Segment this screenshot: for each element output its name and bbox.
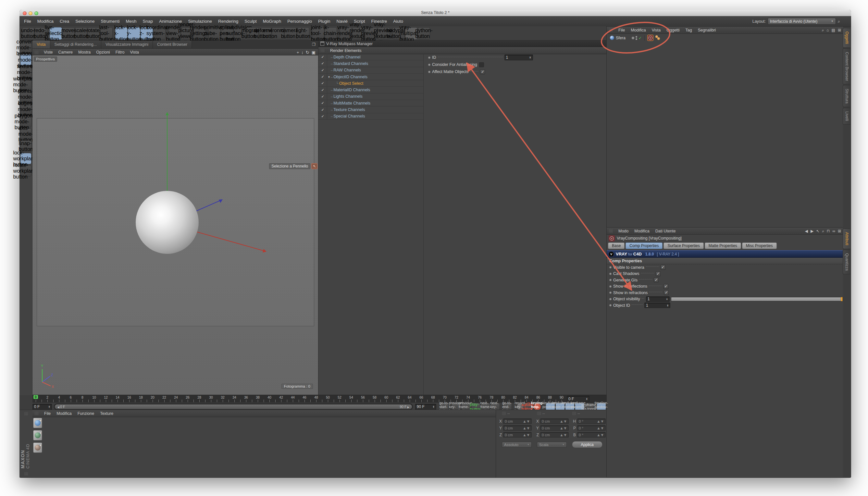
- new-shader-material-button[interactable]: +: [33, 430, 42, 440]
- drag-handle-icon[interactable]: [609, 28, 613, 32]
- param-checkbox[interactable]: ✓: [664, 290, 669, 295]
- spinner-arrows-icon[interactable]: ▲▼: [523, 419, 530, 423]
- param-checkbox[interactable]: ✓: [656, 272, 661, 276]
- param-spinner[interactable]: 1▲▼: [644, 303, 670, 308]
- object-menu-modifica[interactable]: Modifica: [631, 28, 646, 32]
- attribute-tab-base[interactable]: Base: [608, 243, 624, 249]
- playhead[interactable]: 0: [33, 395, 38, 399]
- menu-mesh[interactable]: Mesh: [126, 19, 136, 24]
- drag-handle-icon[interactable]: [34, 412, 38, 415]
- menu-mograph[interactable]: MoGraph: [263, 19, 281, 24]
- menu-navié[interactable]: Navié: [336, 19, 348, 24]
- pick-icon[interactable]: ↖: [816, 229, 819, 233]
- menu-aiuto[interactable]: Aiuto: [393, 19, 403, 24]
- attribute-menu-dati-utente[interactable]: Dati Utente: [655, 229, 676, 233]
- checkbox-cell[interactable]: ✓: [319, 87, 327, 93]
- spinner-arrows-icon[interactable]: ▲▼: [48, 405, 50, 408]
- viewport-menu-vista[interactable]: Vista: [130, 50, 139, 55]
- tree-row-texture-channels[interactable]: ✓–Texture Channels: [319, 107, 423, 113]
- param-spinner[interactable]: 1▲▼: [646, 296, 670, 302]
- drag-handle-icon[interactable]: [320, 49, 324, 52]
- frame-range-slider[interactable]: ◀ 0 F 90 F ▶: [54, 403, 413, 410]
- menu-render-elements[interactable]: Render Elements: [330, 48, 362, 53]
- coord-field[interactable]: 0 cm▲▼: [540, 418, 569, 424]
- spinner-arrows-icon[interactable]: ▲▼: [596, 433, 604, 437]
- checkbox-cell[interactable]: ✓: [319, 107, 327, 113]
- material-menu-funzione[interactable]: Funzione: [78, 411, 94, 416]
- undo-button[interactable]: undo-button: [22, 27, 34, 40]
- primitive-cube-button[interactable]: primitive-cube-button: [208, 27, 221, 40]
- menu-personaggio[interactable]: Personaggio: [287, 19, 312, 24]
- attribute-tab-matte-properties[interactable]: Matte Properties: [705, 243, 741, 249]
- param-checkbox[interactable]: [479, 62, 484, 67]
- spinner-arrows-icon[interactable]: ▲▼: [596, 419, 604, 423]
- new-material-button[interactable]: +: [33, 418, 42, 428]
- vray-compositing-tag[interactable]: V: [647, 35, 653, 41]
- menu-selezione[interactable]: Selezione: [75, 19, 94, 24]
- menu-rendering[interactable]: Rendering: [218, 19, 238, 24]
- layout-select[interactable]: Interfaccia di Avvio (Utente) ▼: [768, 18, 836, 25]
- attribute-tab-surface-properties[interactable]: Surface Properties: [664, 243, 703, 249]
- tree-row-object-select[interactable]: ✓└Object Select: [319, 80, 423, 87]
- attribute-tab-misc-properties[interactable]: Misc Properties: [742, 243, 777, 249]
- tree-row-objectid-channels[interactable]: ✓▾–ObjectID Channels: [319, 74, 423, 80]
- coord-field[interactable]: 0 cm▲▼: [540, 425, 569, 431]
- viewport-canvas[interactable]: Prospettiva Selezione a Pennello ↖ Y Z: [32, 56, 318, 395]
- home-icon[interactable]: ⌂: [826, 28, 829, 32]
- spinner-arrows-icon[interactable]: ▲▼: [433, 405, 435, 408]
- zoom-icon[interactable]: ↕: [301, 50, 304, 55]
- end-frame-spinner[interactable]: 90 F ▲▼: [415, 404, 436, 410]
- side-tab-quantizza[interactable]: Quantizza: [843, 250, 851, 274]
- add-panel-icon[interactable]: ⊞: [838, 229, 841, 233]
- checkbox-cell[interactable]: ✓: [319, 67, 327, 73]
- drag-handle-icon[interactable]: [24, 412, 28, 416]
- visibility-dots[interactable]: [636, 36, 637, 40]
- side-tab-content-browser[interactable]: Content Browser: [843, 48, 851, 84]
- coord-field[interactable]: 0 °▲▼: [577, 418, 606, 424]
- drag-handle-icon[interactable]: [609, 229, 613, 233]
- axis-mode-button[interactable]: axis-mode-button: [20, 128, 31, 140]
- spinner-arrows-icon[interactable]: ▲▼: [560, 426, 567, 430]
- python-button[interactable]: python-button: [418, 27, 430, 40]
- spinner-arrows-icon[interactable]: ▲▼: [523, 433, 530, 437]
- pan-icon[interactable]: +: [297, 50, 299, 55]
- coord-field[interactable]: 0 °▲▼: [577, 432, 606, 437]
- maximize-icon[interactable]: ▣: [312, 50, 315, 55]
- param-checkbox[interactable]: ✓: [661, 265, 665, 270]
- coord-field[interactable]: 0 cm▲▼: [503, 432, 532, 437]
- checkbox-cell[interactable]: ✓: [319, 100, 327, 106]
- tree-row-standard-channels[interactable]: ✓–Standard Channels: [319, 60, 423, 67]
- filter-icon[interactable]: ▤: [832, 28, 835, 32]
- twirl-icon[interactable]: ▾: [327, 75, 331, 79]
- titlebar[interactable]: Senza Titolo 2 *: [19, 10, 851, 16]
- material-menu-file[interactable]: File: [44, 411, 51, 416]
- checkbox-cell[interactable]: ✓: [319, 93, 327, 100]
- object-menu-file[interactable]: File: [618, 28, 625, 32]
- attribute-menu-modo[interactable]: Modo: [618, 229, 629, 233]
- viewport-menu-mostra[interactable]: Mostra: [78, 50, 91, 55]
- material-menu-modifica[interactable]: Modifica: [57, 411, 72, 416]
- spinner-arrows-icon[interactable]: ▲▼: [667, 304, 669, 307]
- menu-sculpt[interactable]: Sculpt: [245, 19, 257, 24]
- lock-y-button[interactable]: lock-y-button: [128, 27, 140, 40]
- live-selection-button[interactable]: live-selection-button: [50, 27, 62, 40]
- viewport-menu-viste[interactable]: Viste: [44, 50, 53, 55]
- spinner-arrows-icon[interactable]: ▲▼: [596, 426, 604, 430]
- object-menu-tag[interactable]: Tag: [685, 28, 692, 32]
- checkbox-cell[interactable]: ✓: [319, 80, 327, 86]
- object-menu-oggetti[interactable]: Oggetti: [666, 28, 679, 32]
- checkbox-cell[interactable]: ✓: [319, 54, 327, 60]
- coord-field[interactable]: 0 °▲▼: [577, 425, 606, 431]
- viewport-tab-settaggi-di-rendering-[interactable]: Settaggi di Rendering...: [50, 41, 102, 48]
- side-tab-attributi[interactable]: Attributi: [843, 229, 851, 249]
- apply-button[interactable]: Applica: [572, 441, 603, 448]
- coord-field[interactable]: 0 cm▲▼: [503, 418, 532, 424]
- enable-dot[interactable]: [632, 37, 634, 39]
- viewport-menu-opzioni[interactable]: Opzioni: [96, 50, 110, 55]
- drag-handle-icon[interactable]: [502, 412, 506, 415]
- search-icon[interactable]: ⌕: [838, 19, 840, 24]
- viewport-tab-content-browser[interactable]: Content Browser: [153, 41, 192, 48]
- multipass-title-bar[interactable]: V-Ray Multipass Manager: [319, 41, 606, 47]
- spinner-arrows-icon[interactable]: ▲▼: [523, 426, 530, 430]
- object-menu-vista[interactable]: Vista: [652, 28, 661, 32]
